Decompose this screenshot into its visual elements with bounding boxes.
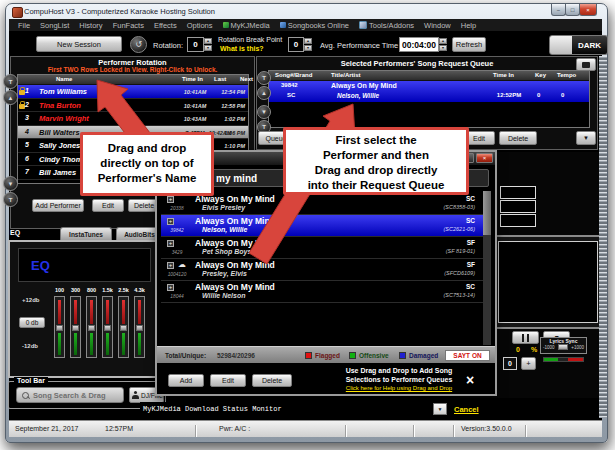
expand-icon[interactable]: +	[167, 284, 174, 291]
expand-icon[interactable]: +	[167, 240, 174, 247]
dialog-add-button[interactable]: Add	[168, 374, 204, 387]
slider-thumb[interactable]	[72, 325, 79, 331]
song-title: Always On My Mind	[195, 282, 275, 292]
eq-slider[interactable]	[70, 296, 81, 358]
dialog-search-text: my mind	[216, 173, 257, 184]
slider-thumb[interactable]	[136, 325, 143, 331]
spin-up-icon[interactable]: ▲	[204, 38, 212, 44]
dialog-big-close-icon[interactable]: ×	[466, 372, 474, 388]
eq-slider[interactable]	[102, 296, 113, 358]
scrollbar-thumb[interactable]	[483, 191, 491, 235]
spin-up-icon[interactable]: ▲	[439, 38, 447, 44]
sync-gradient-bar[interactable]	[543, 357, 584, 362]
eq-slider[interactable]	[86, 296, 97, 358]
spin-up-icon[interactable]: ▲	[304, 38, 312, 44]
performer-row[interactable]: 3 Marvin Wright 10:43AM 1:02 PM	[18, 112, 248, 126]
dialog-close-button[interactable]: ×	[476, 153, 493, 163]
hint-line-1: Use Drag and Drop to Add Song	[307, 366, 491, 375]
spin-down-icon[interactable]: ▼	[439, 45, 447, 51]
drag-drop-help-link[interactable]: Click here for Help using Drag and Drop	[307, 385, 491, 391]
menu-mykjmedia[interactable]: MyKJMedia	[218, 21, 275, 30]
avg-time-value[interactable]: 00:04:00	[399, 37, 439, 52]
song-result-row[interactable]: + 20338 Always On My Mind Elvis Presley …	[161, 193, 483, 215]
menu-options[interactable]: Options	[182, 21, 218, 30]
sayt-toggle-button[interactable]: SAYT ON	[445, 350, 490, 361]
avg-time-spinner[interactable]: ▲ ▼	[439, 38, 447, 51]
eq-slider[interactable]	[54, 296, 65, 358]
minimize-button[interactable]: −	[551, 4, 566, 16]
maximize-button[interactable]: □	[565, 4, 580, 16]
callout-drag-performer: Drag and drop directly on top of Perform…	[80, 132, 214, 196]
spin-down-icon[interactable]: ▼	[304, 45, 312, 51]
song-search-input[interactable]: Song Search & Drag	[16, 387, 124, 403]
menu-window[interactable]: Window	[419, 21, 456, 30]
expand-icon[interactable]: +	[167, 262, 174, 269]
what-is-this-link[interactable]: What is this?	[220, 45, 264, 52]
song-title: Always On My Mind	[195, 238, 275, 248]
cancel-link[interactable]: Cancel	[454, 405, 479, 414]
total-unique-label: Total/Unique:	[165, 352, 206, 359]
move-song-top-button[interactable]: T	[257, 71, 271, 85]
menu-tools-addons[interactable]: Tools/Addons	[354, 21, 419, 30]
slider-thumb[interactable]	[88, 325, 95, 331]
menu-history[interactable]: History	[74, 21, 107, 30]
queue-delete-button[interactable]: Delete	[499, 131, 537, 145]
move-performer-up-button[interactable]: ▲	[3, 90, 18, 105]
pitch-value-box[interactable]: 0	[503, 357, 517, 370]
move-performer-bottom-button[interactable]: T	[3, 192, 18, 207]
move-performer-down-button[interactable]: ▼	[3, 176, 18, 191]
eq-slider[interactable]	[134, 296, 145, 358]
song-result-row[interactable]: + 3429 Always On My Mind Pet Shop Boys S…	[161, 237, 483, 259]
rotation-value[interactable]: 0	[187, 37, 204, 52]
move-song-up-button[interactable]: ▲	[257, 86, 271, 100]
edit-performer-button[interactable]: Edit	[92, 199, 124, 212]
pitch-plus-button[interactable]: +	[521, 357, 536, 370]
dialog-delete-button[interactable]: Delete	[252, 374, 292, 387]
queue-row[interactable]: 39842 Always On My Mind SC Nelson, Willi…	[269, 81, 589, 102]
move-performer-top-button[interactable]: T	[3, 74, 18, 89]
rotation-reset-button[interactable]: ↺	[130, 36, 147, 53]
song-result-row[interactable]: + 18044 Always On My Mind Willie Nelson …	[161, 281, 483, 303]
performer-name: Marvin Wright	[39, 114, 89, 123]
menu-help[interactable]: Help	[456, 21, 481, 30]
dark-theme-button[interactable]: DARK	[572, 35, 608, 55]
break-point-value[interactable]: 0	[288, 37, 304, 52]
refresh-button[interactable]: Refresh	[452, 37, 486, 52]
tab-instatunes[interactable]: InstaTunes	[60, 227, 112, 240]
monitor-dropdown-button[interactable]: ▼	[433, 403, 447, 415]
queue-more-button[interactable]: ▼	[576, 131, 596, 145]
eq-freq-label: 300	[67, 287, 84, 293]
spin-down-icon[interactable]: ▼	[204, 45, 212, 51]
performer-row[interactable]: 1 Tom Williams 10:41AM 12:54 PM	[18, 85, 248, 99]
dialog-scrollbar[interactable]	[483, 191, 491, 345]
dialog-edit-button[interactable]: Edit	[210, 374, 246, 387]
menu-funfacts[interactable]: FunFacts	[108, 21, 149, 30]
close-button[interactable]: ×	[579, 4, 597, 16]
performer-row[interactable]: 2 Tina Burton 10:41AM 12:58 PM	[18, 99, 248, 113]
rotation-spinner[interactable]: ▲ ▼	[204, 38, 212, 51]
menu-file[interactable]: File	[13, 21, 35, 30]
song-result-row[interactable]: + 39842 Always On My Mind Nelson, Willie…	[161, 215, 483, 237]
tab-eq[interactable]: EQ	[10, 229, 20, 236]
expand-icon[interactable]: +	[167, 218, 174, 225]
song-result-row[interactable]: + ☁ 1004120 Always On My Mind Presley, E…	[161, 259, 483, 281]
menu-songlist[interactable]: SongList	[35, 21, 74, 30]
new-session-button[interactable]: New Session	[36, 36, 122, 52]
menu-effects[interactable]: Effects	[149, 21, 182, 30]
add-performer-button[interactable]: Add Performer	[32, 199, 84, 212]
slider-thumb[interactable]	[56, 325, 63, 331]
expand-icon[interactable]: +	[167, 196, 174, 203]
eq-zero-db-button[interactable]: 0 db	[19, 317, 45, 328]
break-point-spinner[interactable]: ▲ ▼	[304, 38, 312, 51]
performer-number: 2	[25, 101, 29, 108]
close-icon: ×	[586, 7, 590, 13]
move-song-down-button[interactable]: ▼	[257, 105, 271, 119]
slider-thumb[interactable]	[104, 325, 111, 331]
eq-minus-label: -12db	[22, 343, 38, 349]
slider-thumb[interactable]	[120, 325, 127, 331]
menu-songbooks-online[interactable]: Songbooks Online	[275, 21, 354, 30]
light-theme-button[interactable]	[549, 35, 574, 55]
pause-button[interactable]	[512, 331, 539, 344]
sync-slider[interactable]	[558, 344, 568, 350]
eq-slider[interactable]	[118, 296, 129, 358]
